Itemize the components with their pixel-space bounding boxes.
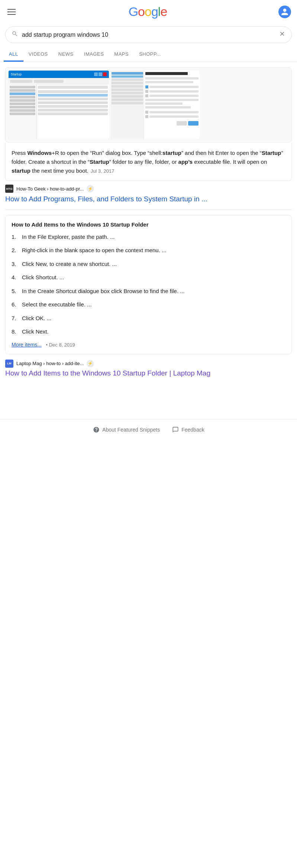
more-items-link[interactable]: More items...	[12, 342, 42, 348]
logo-e: e	[160, 4, 167, 19]
menu-line	[7, 14, 16, 15]
snippet-description: Press Windows+R to open the “Run” dialog…	[12, 149, 285, 175]
source-favicon-htg: HTG	[5, 185, 13, 193]
howto-title: How to Add Items to the Windows 10 Start…	[12, 221, 285, 228]
tab-maps[interactable]: MAPS	[109, 48, 134, 62]
question-icon	[93, 426, 100, 433]
tab-videos[interactable]: VIDEOS	[23, 48, 53, 62]
tab-all[interactable]: ALL	[4, 48, 23, 62]
source-favicon-laptopmag: LM	[5, 360, 13, 368]
tab-shopping[interactable]: SHOPP...	[134, 48, 166, 62]
result-divider	[5, 209, 292, 210]
second-amp-icon: ⚡	[87, 360, 94, 367]
win-close	[103, 72, 107, 76]
howto-step-5: In the Create Shortcut dialogue box clic…	[12, 287, 285, 296]
logo-o2: o	[145, 4, 151, 19]
snippet-bold-windows: Windows	[28, 150, 52, 156]
howto-step-8: Click Next.	[12, 328, 285, 336]
win-controls	[94, 72, 107, 76]
featured-snippet-images: Startup	[5, 67, 292, 143]
bottom-spacer	[0, 378, 297, 408]
search-tabs: ALL VIDEOS NEWS IMAGES MAPS SHOPP...	[0, 48, 297, 62]
header: Google	[0, 0, 297, 23]
howto-more-row: More items... • Dec 8, 2019	[12, 341, 285, 348]
snippet-bold-apps: app’s	[178, 159, 193, 165]
snippet-bold-startup1: startup	[162, 150, 181, 156]
win-titlebar: Startup	[9, 71, 109, 78]
snippet-date: Jul 3, 2017	[91, 168, 114, 174]
second-source-path: Laptop Mag › how-to › add-ite...	[16, 361, 84, 366]
featured-snippet-text: Press Windows+R to open the “Run” dialog…	[5, 143, 292, 181]
logo-g2: g	[151, 4, 158, 19]
tab-news[interactable]: NEWS	[53, 48, 79, 62]
settings-sidebar	[110, 71, 144, 139]
menu-line	[7, 12, 16, 12]
featured-snippet-source: HTG How-To Geek › how-to-add-pr... ⚡	[5, 185, 292, 193]
menu-line	[7, 9, 16, 10]
howto-date: • Dec 8, 2019	[45, 342, 75, 348]
tab-images[interactable]: IMAGES	[79, 48, 109, 62]
howto-step-3: Click New, to create a new shortcut. ...	[12, 260, 285, 269]
feedback-label: Feedback	[181, 427, 204, 433]
snippet-bold-startup3: Startup	[90, 159, 109, 165]
second-source-row: LM Laptop Mag › how-to › add-ite... ⚡	[5, 360, 292, 368]
howto-step-7: Click OK. ...	[12, 314, 285, 323]
snippet-bold-startup2: Startup	[262, 150, 281, 156]
screenshot-row: Startup	[6, 68, 291, 142]
source-path: How-To Geek › how-to-add-pr...	[16, 186, 84, 192]
win-maximize	[99, 72, 102, 76]
second-result: LM Laptop Mag › how-to › add-ite... ⚡ Ho…	[5, 360, 292, 378]
amp-icon: ⚡	[87, 185, 94, 192]
search-results: Startup	[0, 67, 297, 378]
howto-step-6: Select the executable file. ...	[12, 300, 285, 309]
howto-step-1: In the File Explorer, paste the path. ..…	[12, 233, 285, 241]
feedback-icon	[172, 426, 179, 433]
search-bar[interactable]: add startup program windows 10	[5, 26, 292, 43]
howto-step-2: Right-click in the blank space to open t…	[12, 246, 285, 255]
menu-button[interactable]	[6, 7, 17, 16]
about-snippets-button[interactable]: About Featured Snippets	[93, 426, 160, 433]
feedback-button[interactable]: Feedback	[172, 426, 204, 433]
howto-step-4: Click Shortcut. ...	[12, 273, 285, 282]
search-icon	[12, 30, 18, 39]
howto-snippet-card: How to Add Items to the Windows 10 Start…	[5, 215, 292, 354]
logo-g: G	[129, 4, 138, 19]
second-result-link[interactable]: How to Add Items to the Windows 10 Start…	[5, 368, 292, 378]
clear-search-button[interactable]	[279, 30, 285, 39]
logo-o1: o	[138, 4, 145, 19]
about-snippets-label: About Featured Snippets	[102, 427, 160, 433]
footer: About Featured Snippets Feedback	[0, 419, 297, 440]
user-icon	[281, 8, 289, 16]
win-minimize	[94, 72, 98, 76]
screenshot-settings	[110, 71, 200, 139]
settings-content	[144, 71, 200, 139]
search-query[interactable]: add startup program windows 10	[22, 32, 275, 38]
featured-snippet-link[interactable]: How to Add Programs, Files, and Folders …	[5, 195, 207, 203]
user-avatar[interactable]	[278, 6, 291, 18]
snippet-bold-startup4: startup	[12, 168, 30, 174]
screenshot-file-explorer: Startup	[9, 71, 109, 139]
howto-steps-list: In the File Explorer, paste the path. ..…	[12, 233, 285, 336]
google-logo: Google	[129, 4, 167, 19]
win-title-text: Startup	[11, 72, 93, 76]
